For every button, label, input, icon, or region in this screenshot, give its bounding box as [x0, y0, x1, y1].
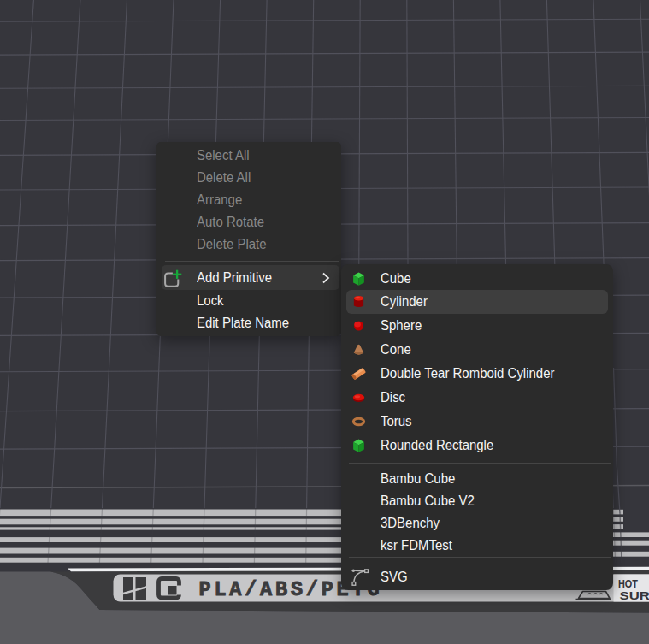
svg-text:HOT: HOT: [618, 577, 639, 590]
svg-text:SURFACE: SURFACE: [620, 589, 649, 602]
